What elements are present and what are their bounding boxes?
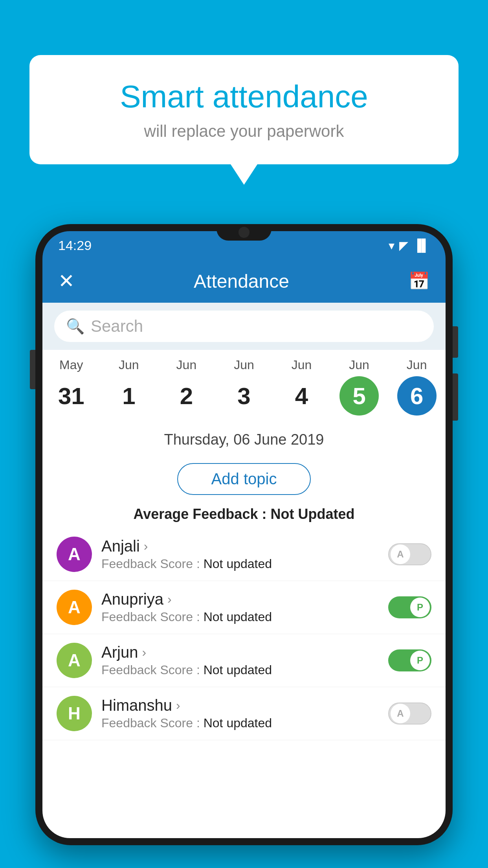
avg-feedback-label: Average Feedback :: [134, 506, 271, 522]
cal-date-number[interactable]: 4: [282, 376, 321, 416]
phone-container: 14:29 ▾ ◤ ▐▌ ✕ Attendance 📅 🔍 Search: [35, 224, 453, 868]
cal-month-label: Jun: [176, 358, 197, 372]
volume-down-button: [453, 373, 458, 421]
avg-feedback-value: Not Updated: [270, 506, 354, 522]
student-score-label: Feedback Score : Not updated: [101, 716, 379, 730]
calendar-strip: May31Jun1Jun2Jun3Jun4Jun5Jun6: [42, 350, 446, 423]
cal-month-label: Jun: [119, 358, 139, 372]
student-avatar: A: [57, 537, 92, 572]
cal-date-number[interactable]: 31: [51, 376, 91, 416]
attendance-toggle[interactable]: A: [388, 702, 431, 725]
calendar-day-4[interactable]: Jun4: [278, 358, 325, 416]
cal-date-number[interactable]: 3: [224, 376, 264, 416]
student-name-label: Anjali ›: [101, 537, 379, 555]
student-avatar: A: [57, 643, 92, 678]
app-title: Smart attendance: [57, 79, 431, 115]
student-info: Arjun ›Feedback Score : Not updated: [101, 644, 379, 677]
cal-month-label: Jun: [349, 358, 369, 372]
app-subtitle: will replace your paperwork: [57, 122, 431, 141]
student-info: Anjali ›Feedback Score : Not updated: [101, 537, 379, 571]
student-name-label: Himanshu ›: [101, 697, 379, 714]
status-icons: ▾ ◤ ▐▌: [389, 239, 430, 252]
student-name-label: Arjun ›: [101, 644, 379, 661]
cal-date-number[interactable]: 1: [109, 376, 149, 416]
search-input[interactable]: Search: [91, 317, 143, 336]
screen-content: 🔍 Search May31Jun1Jun2Jun3Jun4Jun5Jun6 T…: [42, 303, 446, 838]
app-bar: ✕ Attendance 📅: [42, 259, 446, 303]
front-camera: [238, 227, 250, 238]
speech-bubble-container: Smart attendance will replace your paper…: [29, 55, 459, 164]
close-button[interactable]: ✕: [58, 270, 75, 292]
calendar-day-6[interactable]: Jun6: [393, 358, 440, 416]
toggle-knob: P: [410, 598, 430, 617]
student-item-anupriya[interactable]: AAnupriya ›Feedback Score : Not updatedP: [42, 581, 446, 634]
search-icon: 🔍: [66, 318, 84, 335]
student-list: AAnjali ›Feedback Score : Not updatedAAA…: [42, 528, 446, 740]
calendar-icon[interactable]: 📅: [408, 271, 430, 291]
volume-button: [30, 350, 35, 389]
student-score-label: Feedback Score : Not updated: [101, 610, 379, 624]
cal-date-number[interactable]: 2: [167, 376, 206, 416]
power-button: [453, 326, 458, 358]
search-bar-container: 🔍 Search: [42, 303, 446, 350]
status-time: 14:29: [58, 238, 92, 253]
search-bar[interactable]: 🔍 Search: [54, 311, 434, 342]
calendar-day-5[interactable]: Jun5: [336, 358, 383, 416]
student-item-anjali[interactable]: AAnjali ›Feedback Score : Not updatedA: [42, 528, 446, 581]
student-name-label: Anupriya ›: [101, 590, 379, 608]
attendance-toggle[interactable]: P: [388, 596, 431, 618]
signal-icon: ◤: [399, 239, 408, 252]
student-avatar: A: [57, 590, 92, 625]
cal-month-label: Jun: [234, 358, 254, 372]
speech-bubble: Smart attendance will replace your paper…: [29, 55, 459, 164]
student-item-himanshu[interactable]: HHimanshu ›Feedback Score : Not updatedA: [42, 687, 446, 740]
cal-month-label: May: [59, 358, 83, 372]
chevron-icon: ›: [142, 645, 146, 660]
cal-date-number[interactable]: 6: [397, 376, 437, 416]
add-topic-button[interactable]: Add topic: [177, 463, 311, 495]
student-score-label: Feedback Score : Not updated: [101, 557, 379, 571]
calendar-day-31[interactable]: May31: [48, 358, 95, 416]
cal-date-number[interactable]: 5: [339, 376, 379, 416]
calendar-day-2[interactable]: Jun2: [163, 358, 210, 416]
toggle-knob: P: [410, 651, 430, 670]
selected-date-label: Thursday, 06 June 2019: [42, 423, 446, 452]
phone-frame: 14:29 ▾ ◤ ▐▌ ✕ Attendance 📅 🔍 Search: [35, 224, 453, 845]
calendar-day-3[interactable]: Jun3: [220, 358, 268, 416]
chevron-icon: ›: [176, 698, 180, 713]
wifi-icon: ▾: [389, 239, 394, 252]
attendance-toggle[interactable]: A: [388, 543, 431, 565]
phone-notch: [216, 224, 272, 241]
average-feedback: Average Feedback : Not Updated: [42, 506, 446, 528]
student-item-arjun[interactable]: AArjun ›Feedback Score : Not updatedP: [42, 634, 446, 687]
student-info: Himanshu ›Feedback Score : Not updated: [101, 697, 379, 730]
student-score-label: Feedback Score : Not updated: [101, 663, 379, 677]
chevron-icon: ›: [167, 592, 172, 607]
student-info: Anupriya ›Feedback Score : Not updated: [101, 590, 379, 624]
toggle-knob: A: [391, 544, 410, 564]
attendance-toggle[interactable]: P: [388, 649, 431, 671]
chevron-icon: ›: [144, 539, 148, 554]
screen-title: Attendance: [194, 270, 289, 292]
battery-icon: ▐▌: [413, 239, 430, 252]
student-avatar: H: [57, 696, 92, 731]
toggle-knob: A: [391, 704, 410, 723]
calendar-day-1[interactable]: Jun1: [105, 358, 152, 416]
cal-month-label: Jun: [292, 358, 312, 372]
cal-month-label: Jun: [407, 358, 427, 372]
